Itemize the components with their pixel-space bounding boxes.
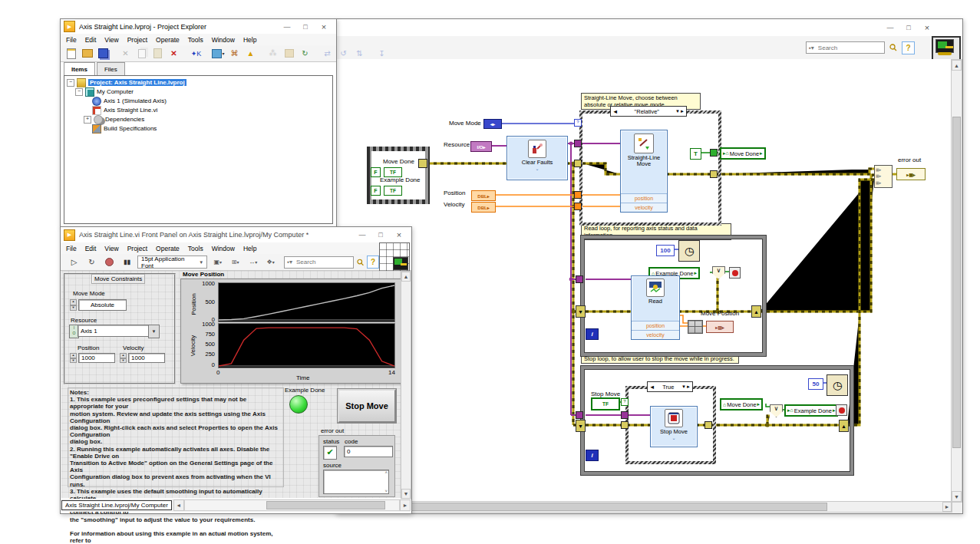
menu-tools[interactable]: Tools — [188, 36, 203, 44]
expand-icon[interactable]: + — [84, 116, 91, 124]
run-continuous-button[interactable]: ↻ — [84, 255, 99, 269]
fp-maximize-button[interactable]: □ — [371, 229, 390, 242]
font-selector[interactable]: 15pt Application Font▼ — [137, 256, 207, 269]
collapse-icon[interactable]: − — [75, 88, 83, 96]
case-next-arrow[interactable]: ▼► — [675, 109, 685, 114]
error-out-indicator[interactable]: ▸▦▸ — [896, 168, 926, 180]
merge-errors-function[interactable]: ▦▸ ▦▸ ▦▸ — [874, 165, 893, 188]
wait-ms-icon[interactable]: ◷ — [827, 374, 848, 396]
move-position-indicator[interactable]: ▸▨▸ — [706, 321, 734, 333]
false-constant[interactable]: F — [371, 186, 381, 196]
code-value[interactable] — [344, 446, 393, 457]
fp-search-input[interactable] — [295, 258, 338, 266]
collapse-icon[interactable]: − — [67, 79, 74, 87]
stop-move-vi[interactable]: Stop Move ⌄ — [650, 406, 698, 447]
search-scope-icon[interactable]: ▪▾ — [809, 45, 814, 51]
fp-hscrollbar[interactable] — [184, 499, 400, 511]
position-spinner[interactable]: ▲▼ — [70, 353, 77, 363]
loop-condition-terminal[interactable] — [729, 267, 741, 279]
example-done-local-write[interactable]: ▸⌂Example Done▸ — [784, 404, 838, 417]
menu-edit[interactable]: Edit — [85, 245, 97, 252]
resolve-conflict-button[interactable]: ⁂ — [266, 46, 280, 61]
bd-vscrollbar[interactable]: ▲ ▼ — [951, 59, 962, 503]
menu-operate[interactable]: Operate — [156, 36, 180, 44]
save-all-button[interactable] — [96, 46, 111, 61]
bd-search-input[interactable] — [817, 44, 873, 52]
new-file-button[interactable] — [64, 46, 78, 61]
bd-minimize-button[interactable]: — — [881, 21, 899, 35]
shift-register-right[interactable]: ▲ — [751, 305, 761, 318]
pe-maximize-button[interactable]: □ — [296, 20, 315, 33]
stop-move-button[interactable]: Stop Move — [338, 389, 396, 423]
resource-terminal[interactable]: I/O▸ — [470, 141, 492, 152]
wait-ms-icon[interactable]: ◷ — [678, 240, 700, 262]
pe-minimize-button[interactable]: — — [278, 20, 296, 33]
straight-line-move-vi[interactable]: Straight-Line Move position velocity — [620, 130, 668, 213]
warning-button[interactable]: ▲ — [243, 46, 258, 61]
vi-icon-pane[interactable] — [932, 36, 961, 62]
tab-files[interactable]: Files — [97, 62, 125, 75]
fp-connector-icon-pane[interactable] — [379, 242, 410, 272]
position-value[interactable] — [78, 353, 115, 363]
distribute-objects-button[interactable]: ⊞▾ — [228, 255, 243, 269]
tab-items[interactable]: Items — [64, 62, 95, 75]
search-scope-icon[interactable]: ▪▾ — [287, 259, 292, 265]
pe-close-button[interactable]: × — [315, 20, 333, 33]
paste-button[interactable] — [150, 46, 165, 61]
wait-ms-constant-50[interactable]: 50 — [808, 378, 823, 390]
stop-move-control-terminal[interactable]: TF — [591, 397, 620, 410]
fp-panel-area[interactable]: Move Constraints Move Mode ▲▼ Resource I… — [61, 271, 401, 498]
shift-register-left[interactable]: ▼ — [576, 420, 586, 432]
context-tab[interactable]: Axis Straight Line.lvproj/My Computer — [61, 500, 172, 510]
iteration-terminal[interactable]: i — [586, 328, 599, 340]
tree-row-vi[interactable]: Axis Straight Line.vi — [92, 106, 157, 114]
tree-row-my-computer[interactable]: − My Computer — [75, 87, 134, 96]
move-mode-spinner[interactable]: ▲▼ — [70, 299, 77, 311]
context-help-button[interactable]: ? — [367, 256, 379, 269]
loop-condition-terminal[interactable] — [836, 404, 847, 416]
menu-edit[interactable]: Edit — [85, 36, 97, 44]
resize-objects-button[interactable]: ↔▾ — [246, 255, 260, 269]
checkout-button[interactable]: ⇄ — [320, 46, 335, 61]
tree-row-dependencies[interactable]: + Dependencies — [84, 115, 144, 124]
run-button[interactable]: ▷ — [67, 255, 81, 269]
bd-hscrollbar[interactable]: ◄ ► — [337, 501, 952, 513]
tree-row-build-specs[interactable]: Build Specifications — [92, 124, 157, 133]
fp-search-box[interactable]: ▪▾ — [284, 256, 353, 269]
move-mode-terminal[interactable]: ◂▸ — [483, 119, 502, 129]
open-button[interactable] — [80, 46, 94, 61]
reorder-button[interactable]: ❖▾ — [263, 255, 278, 269]
case-next-arrow[interactable]: ▼► — [681, 384, 691, 389]
move-mode-value[interactable] — [78, 299, 127, 311]
menu-window[interactable]: Window — [212, 36, 235, 44]
menu-help[interactable]: Help — [243, 245, 256, 252]
tree-row-axis1[interactable]: Axis 1 (Simulated Axis) — [92, 97, 167, 105]
velocity-value[interactable] — [128, 353, 165, 363]
case-prev-arrow[interactable]: ◄ — [649, 384, 655, 391]
refresh-button[interactable]: ↻ — [298, 46, 312, 61]
menu-operate[interactable]: Operate — [156, 245, 180, 252]
fp-minimize-button[interactable]: — — [353, 229, 371, 242]
case-selector-move[interactable]: ◄ "Relative" ▼► — [610, 106, 687, 117]
tree-row-project[interactable]: − Project: Axis Straight Line.lvproj — [67, 78, 186, 87]
undo-scc-button[interactable]: ↺ — [336, 46, 351, 61]
commit-button[interactable]: ⇅ — [352, 46, 367, 61]
resource-value[interactable] — [78, 325, 153, 337]
menu-tools[interactable]: Tools — [188, 245, 203, 252]
hierarchy-button[interactable]: ⌘ — [227, 46, 242, 61]
menu-window[interactable]: Window — [212, 245, 235, 252]
case-selector-stop[interactable]: ◄ True ▼► — [647, 381, 693, 392]
case-prev-arrow[interactable]: ◄ — [612, 108, 618, 115]
bundle-function[interactable] — [688, 320, 703, 334]
menu-view[interactable]: View — [104, 245, 118, 252]
true-constant[interactable]: T — [690, 148, 701, 160]
source-field[interactable]: ˄ ˅ — [323, 470, 389, 494]
history-button[interactable]: ↧ — [375, 46, 389, 61]
wait-ms-constant-100[interactable]: 100 — [656, 245, 675, 256]
copy-button[interactable] — [134, 46, 149, 61]
shift-register-right[interactable]: ▲ — [839, 420, 849, 432]
menu-help[interactable]: Help — [243, 36, 256, 44]
menu-view[interactable]: View — [104, 36, 118, 44]
context-help-button[interactable]: ? — [902, 41, 915, 54]
fp-vscrollbar[interactable]: ▲ ▼ — [401, 271, 411, 499]
